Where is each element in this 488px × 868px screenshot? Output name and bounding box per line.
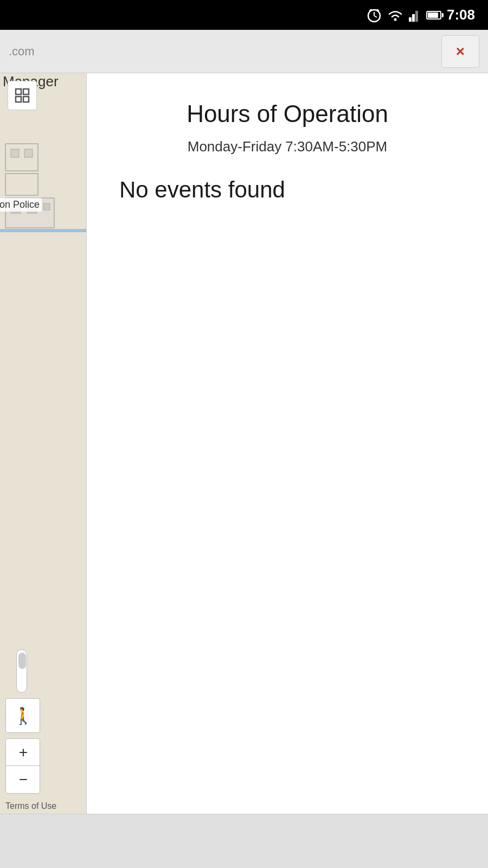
expand-icon [15,88,30,103]
svg-rect-14 [5,144,38,171]
svg-rect-10 [23,89,29,94]
map-expand-button[interactable] [8,81,37,110]
alarm-icon [367,8,382,23]
map-panel: ton Police 🚶 + − Terms of Use or [0,73,87,816]
svg-rect-7 [412,14,415,22]
svg-rect-8 [415,11,418,22]
hours-of-operation-title: Hours of Operation [119,100,455,127]
svg-rect-9 [16,89,21,94]
close-icon: × [456,43,465,60]
svg-rect-15 [11,149,19,157]
svg-rect-11 [16,97,21,102]
browser-url: .com [9,44,35,59]
status-bar: 7:08 [0,0,488,30]
battery-icon [426,11,441,20]
svg-rect-12 [23,97,29,102]
zoom-in-button[interactable]: + [6,739,40,766]
status-icons: 7:08 [367,7,475,23]
wifi-icon [387,9,403,22]
browser-bar: .com × [0,30,488,73]
svg-rect-21 [43,203,50,210]
signal-icon [409,9,421,22]
hours-text: Monday-Friday 7:30AM-5:30PM [119,138,455,155]
close-button[interactable]: × [441,35,479,68]
svg-rect-16 [24,149,33,157]
no-events-text: No events found [119,177,455,203]
zoom-controls: + − [5,738,40,794]
status-time: 7:08 [447,7,475,23]
right-panel: Manager Hours of Operation Monday-Friday… [87,73,488,816]
svg-line-2 [374,16,377,17]
svg-rect-6 [409,17,412,22]
police-label: ton Police [0,198,42,212]
person-icon: 🚶 [13,706,33,725]
svg-rect-17 [5,174,38,195]
street-view-button[interactable]: 🚶 [5,698,40,733]
zoom-out-button[interactable]: − [6,766,40,793]
svg-point-5 [394,18,396,21]
bottom-bar [0,814,488,868]
terms-of-use-label: Terms of Use [5,801,56,811]
